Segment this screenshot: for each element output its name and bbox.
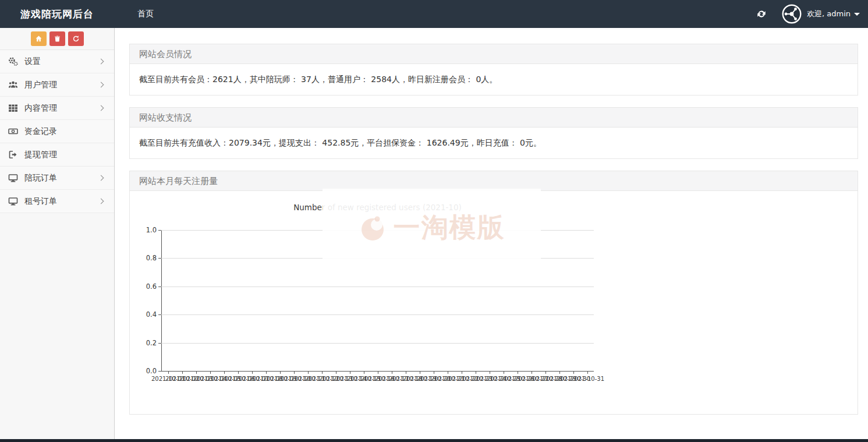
ytick-label: 0.6 xyxy=(130,282,157,291)
clear-trash-button[interactable] xyxy=(49,31,65,46)
xtick-mark xyxy=(462,372,462,374)
xtick-mark xyxy=(378,372,378,374)
users-icon xyxy=(8,80,18,90)
sidebar-item-label: 内容管理 xyxy=(24,103,57,114)
panel-registrations-title: 网站本月每天注册量 xyxy=(130,171,858,191)
chevron-right-icon xyxy=(98,175,104,181)
ytick-label: 0.8 xyxy=(130,254,157,262)
refresh-icon xyxy=(72,35,80,43)
xtick-label: 2021-10-31 xyxy=(571,376,604,382)
refresh-icon[interactable] xyxy=(756,9,767,19)
xtick-mark xyxy=(364,372,364,374)
xtick-mark xyxy=(308,372,309,374)
panel-members-body: 截至目前共有会员：2621人，其中陪玩师： 37人，普通用户： 2584人，昨日… xyxy=(130,64,858,95)
home-button[interactable] xyxy=(31,31,47,46)
xtick-mark xyxy=(266,372,267,374)
xtick-mark xyxy=(336,372,336,374)
xtick-mark xyxy=(280,372,281,374)
panel-members-title: 网站会员情况 xyxy=(130,44,858,64)
ytick-label: 0.2 xyxy=(130,339,157,347)
sidebar-item-user-management[interactable]: 用户管理 xyxy=(0,73,114,97)
xtick-mark xyxy=(504,372,504,374)
ytick-label: 1.0 xyxy=(130,226,157,234)
refresh-cache-button[interactable] xyxy=(68,31,84,46)
panel-registrations-chart: 网站本月每天注册量 Number of new registered users… xyxy=(129,171,858,415)
ytick-label: 0.4 xyxy=(130,310,157,319)
main-content: 网站会员情况 截至目前共有会员：2621人，其中陪玩师： 37人，普通用户： 2… xyxy=(129,28,858,426)
ytick-mark xyxy=(158,230,161,231)
xtick-mark xyxy=(406,372,406,374)
xtick-mark xyxy=(545,372,546,374)
sidebar-menu: 设置 用户管理 xyxy=(0,50,114,213)
sidebar-item-label: 提现管理 xyxy=(24,150,57,160)
sidebar-item-rental-orders[interactable]: 租号订单 xyxy=(0,190,114,213)
panel-finance-title: 网站收支情况 xyxy=(130,108,858,128)
xtick-mark xyxy=(252,372,253,374)
navbar-right: 欢迎, admin xyxy=(756,4,868,24)
panel-members: 网站会员情况 截至目前共有会员：2621人，其中陪玩师： 37人，普通用户： 2… xyxy=(129,44,858,96)
sidebar-item-settings[interactable]: 设置 xyxy=(0,50,114,73)
grid-icon xyxy=(8,103,18,113)
top-navbar: 游戏陪玩网后台 首页 欢迎, admin xyxy=(0,0,868,28)
welcome-text: 欢迎, admin xyxy=(807,9,851,19)
xtick-mark xyxy=(559,372,560,374)
chevron-right-icon xyxy=(98,199,104,204)
gears-icon xyxy=(8,56,18,66)
panel-finance-body: 截至目前共有充值收入：2079.34元，提现支出： 452.85元，平台担保资金… xyxy=(130,128,858,158)
sidebar-item-companion-orders[interactable]: 陪玩订单 xyxy=(0,167,114,190)
xtick-mark xyxy=(532,372,532,374)
gridline xyxy=(161,314,594,315)
footer-bar xyxy=(0,439,868,442)
sidebar-item-label: 设置 xyxy=(24,56,41,67)
xtick-mark xyxy=(224,372,225,374)
user-menu[interactable]: 欢迎, admin xyxy=(807,9,860,19)
sidebar-item-label: 陪玩订单 xyxy=(24,173,57,183)
xtick-mark xyxy=(518,372,518,374)
avatar[interactable] xyxy=(782,4,802,24)
signout-icon xyxy=(8,150,18,160)
xtick-mark xyxy=(420,372,420,374)
money-icon xyxy=(8,126,18,136)
caret-down-icon xyxy=(854,13,860,16)
ytick-mark xyxy=(158,343,161,344)
xtick-mark xyxy=(490,372,490,374)
xtick-mark xyxy=(448,372,448,374)
sidebar: 设置 用户管理 xyxy=(0,28,115,439)
ytick-mark xyxy=(158,314,161,315)
ytick-mark xyxy=(158,258,161,259)
gridline xyxy=(161,343,594,344)
home-icon xyxy=(35,35,42,43)
ytick-mark xyxy=(158,371,161,372)
y-axis-line xyxy=(161,230,162,371)
xtick-mark xyxy=(322,372,323,374)
xtick-mark xyxy=(434,372,434,374)
watermark-logo-icon xyxy=(359,214,389,242)
panel-finance: 网站收支情况 截至目前共有充值收入：2079.34元，提现支出： 452.85元… xyxy=(129,107,858,159)
trash-icon xyxy=(54,35,61,43)
chevron-right-icon xyxy=(98,82,104,88)
sidebar-toolbar xyxy=(0,28,114,50)
sidebar-item-label: 资金记录 xyxy=(24,126,57,137)
nav-item-home[interactable]: 首页 xyxy=(137,9,154,19)
ytick-mark xyxy=(158,287,161,287)
app-title: 游戏陪玩网后台 xyxy=(0,8,115,21)
chevron-right-icon xyxy=(98,105,104,111)
sidebar-item-withdrawal-management[interactable]: 提现管理 xyxy=(0,143,114,167)
xtick-mark xyxy=(196,372,197,374)
watermark-text: 一淘模版 xyxy=(394,210,505,246)
monitor-icon xyxy=(8,196,18,206)
sidebar-item-fund-records[interactable]: 资金记录 xyxy=(0,120,114,143)
chevron-right-icon xyxy=(98,59,104,65)
xtick-mark xyxy=(476,372,476,374)
xtick-mark xyxy=(182,372,183,374)
sidebar-item-label: 租号订单 xyxy=(24,196,57,207)
xtick-mark xyxy=(587,372,588,374)
xtick-mark xyxy=(392,372,392,374)
ytick-label: 0.0 xyxy=(130,367,157,375)
xtick-mark xyxy=(168,372,169,374)
xtick-mark xyxy=(238,372,239,374)
monitor-icon xyxy=(8,173,18,183)
sidebar-item-content-management[interactable]: 内容管理 xyxy=(0,97,114,120)
xtick-mark xyxy=(294,372,295,374)
page: 游戏陪玩网后台 首页 欢迎, admin xyxy=(0,0,868,442)
